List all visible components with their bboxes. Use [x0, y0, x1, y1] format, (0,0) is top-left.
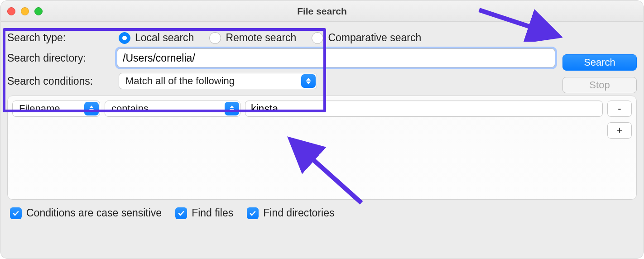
traffic-lights — [1, 7, 43, 15]
find-directories-checkbox[interactable]: Find directories — [247, 207, 334, 219]
content-area: Search Stop Search type: Local search Re… — [1, 22, 643, 219]
case-sensitive-label: Conditions are case sensitive — [26, 207, 162, 219]
stop-button: Stop — [562, 77, 637, 93]
search-conditions-row: Search conditions: Match all of the foll… — [7, 73, 637, 89]
find-directories-label: Find directories — [263, 207, 334, 219]
checkbox-checked-icon — [247, 207, 259, 219]
radio-comparative-label: Comparative search — [328, 32, 421, 44]
titlebar: File search — [1, 1, 643, 22]
condition-operator-select[interactable]: contains — [105, 101, 240, 117]
condition-field-value: Filename — [19, 103, 60, 115]
radio-icon — [209, 32, 221, 44]
window-title: File search — [1, 6, 643, 17]
remove-condition-button[interactable]: - — [607, 101, 632, 117]
select-stepper-icon — [225, 102, 239, 115]
search-type-row: Search type: Local search Remote search … — [7, 32, 637, 44]
conditions-panel: Filename contains - + — [7, 96, 637, 200]
radio-icon — [312, 32, 323, 44]
condition-value-input[interactable] — [245, 101, 603, 117]
condition-field-select[interactable]: Filename — [12, 101, 100, 117]
checkbox-checked-icon — [10, 207, 22, 219]
radio-local-label: Local search — [135, 32, 194, 44]
conditions-match-value: Match all of the following — [125, 75, 235, 87]
options-row: Conditions are case sensitive Find files… — [7, 200, 637, 219]
close-window-icon[interactable] — [7, 7, 15, 15]
select-stepper-icon — [84, 102, 99, 115]
maximize-window-icon[interactable] — [34, 7, 43, 15]
condition-operator-value: contains — [111, 103, 149, 115]
search-directory-label: Search directory: — [7, 52, 117, 64]
search-directory-input[interactable] — [117, 48, 555, 67]
add-condition-button[interactable]: + — [607, 122, 632, 139]
search-directory-row: Search directory: — [7, 48, 637, 67]
search-conditions-label: Search conditions: — [7, 75, 119, 87]
search-button[interactable]: Search — [562, 54, 637, 71]
checkbox-checked-icon — [175, 207, 187, 219]
find-files-checkbox[interactable]: Find files — [175, 207, 233, 219]
radio-local-search[interactable]: Local search — [119, 32, 194, 44]
radio-icon — [119, 32, 130, 44]
radio-remote-label: Remote search — [226, 32, 296, 44]
radio-remote-search[interactable]: Remote search — [209, 32, 296, 44]
search-type-label: Search type: — [7, 32, 119, 44]
file-search-window: File search Search Stop Search type: Loc… — [0, 0, 644, 259]
condition-row: Filename contains - — [12, 101, 632, 117]
case-sensitive-checkbox[interactable]: Conditions are case sensitive — [10, 207, 162, 219]
radio-comparative-search[interactable]: Comparative search — [312, 32, 421, 44]
select-stepper-icon — [301, 74, 316, 88]
search-type-radio-group: Local search Remote search Comparative s… — [119, 32, 637, 44]
find-files-label: Find files — [192, 207, 233, 219]
minimize-window-icon[interactable] — [21, 7, 29, 15]
action-buttons: Search Stop — [562, 54, 637, 93]
conditions-match-select[interactable]: Match all of the following — [119, 73, 317, 89]
